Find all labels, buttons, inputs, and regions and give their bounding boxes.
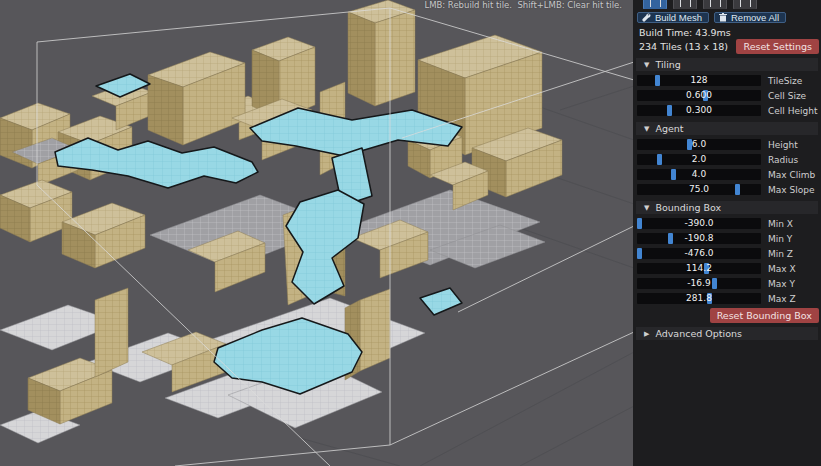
slider-handle[interactable] (712, 278, 717, 289)
agent-radius-slider[interactable]: 2.0 (637, 154, 761, 165)
slider-row-radius: 2.0 Radius (633, 152, 821, 167)
toolbar-button-4[interactable] (733, 0, 757, 9)
slider-value: 114.2 (637, 263, 761, 274)
max-climb-slider[interactable]: 4.0 (637, 169, 761, 180)
slider-label: Max Climb (768, 170, 815, 180)
section-title: Tiling (655, 59, 680, 70)
slider-row-minz: -476.0 Min Z (633, 246, 821, 261)
viewport-hint-text: LMB: Rebuild hit tile. Shift+LMB: Clear … (424, 0, 622, 10)
reset-settings-button[interactable]: Reset Settings (736, 39, 819, 54)
slider-row-maxclimb: 4.0 Max Climb (633, 167, 821, 182)
toolbar-button-2[interactable] (673, 0, 697, 9)
slider-row-cellsize: 0.600 Cell Size (633, 88, 821, 103)
slider-label: Radius (768, 155, 798, 165)
remove-all-button[interactable]: Remove All (714, 12, 786, 23)
tile-count-text: 234 Tiles (13 x 18) (639, 41, 736, 52)
slider-row-height: 6.0 Height (633, 137, 821, 152)
slider-label: Height (768, 140, 798, 150)
toolbar-button-1[interactable] (643, 0, 667, 9)
toolbar-button-3[interactable] (703, 0, 727, 9)
remove-all-label: Remove All (731, 12, 779, 23)
slider-handle[interactable] (735, 184, 740, 195)
reset-bounding-box-button[interactable]: Reset Bounding Box (710, 308, 819, 323)
collapse-triangle-icon: ▼ (644, 125, 649, 133)
slider-row-cellheight: 0.300 Cell Height (633, 103, 821, 118)
build-time-text: Build Time: 43.9ms (633, 23, 821, 38)
slider-handle[interactable] (657, 154, 662, 165)
slider-handle[interactable] (668, 233, 673, 244)
level-render (0, 0, 634, 466)
slider-label: Min Z (768, 249, 793, 259)
collapse-triangle-icon: ▶ (644, 330, 649, 338)
collapse-triangle-icon: ▼ (644, 61, 649, 69)
slider-row-maxz: 281.8 Max Z (633, 291, 821, 306)
tool-mode-1-icon (650, 0, 661, 7)
max-y-slider[interactable]: -16.9 (637, 278, 761, 289)
slider-handle[interactable] (637, 248, 642, 259)
slider-handle[interactable] (687, 139, 692, 150)
cellheight-slider[interactable]: 0.300 (637, 105, 761, 116)
agent-height-slider[interactable]: 6.0 (637, 139, 761, 150)
slider-value: 0.600 (637, 90, 761, 101)
slider-handle[interactable] (707, 293, 712, 304)
section-header-agent[interactable]: ▼ Agent (636, 122, 818, 135)
build-mesh-button[interactable]: Build Mesh (637, 12, 709, 23)
slider-label: Cell Height (768, 106, 817, 116)
slider-row-minx: -390.0 Min X (633, 216, 821, 231)
section-header-tiling[interactable]: ▼ Tiling (636, 58, 818, 71)
slider-handle[interactable] (703, 90, 708, 101)
slider-handle[interactable] (667, 105, 672, 116)
slider-handle[interactable] (655, 75, 660, 86)
slider-row-maxx: 114.2 Max X (633, 261, 821, 276)
cellsize-slider[interactable]: 0.600 (637, 90, 761, 101)
min-z-slider[interactable]: -476.0 (637, 248, 761, 259)
wrench-icon (642, 13, 651, 22)
slider-label: Max Slope (768, 185, 814, 195)
max-x-slider[interactable]: 114.2 (637, 263, 761, 274)
slider-value: 0.300 (637, 105, 761, 116)
min-y-slider[interactable]: -190.8 (637, 233, 761, 244)
slider-value: 75.0 (637, 184, 761, 195)
slider-label: Max Y (768, 279, 795, 289)
slider-value: 6.0 (637, 139, 761, 150)
slider-handle[interactable] (671, 169, 676, 180)
slider-label: Min Y (768, 234, 792, 244)
slider-row-maxy: -16.9 Max Y (633, 276, 821, 291)
viewport-3d-scene[interactable]: LMB: Rebuild hit tile. Shift+LMB: Clear … (0, 0, 634, 466)
slider-label: Min X (768, 219, 793, 229)
slider-value: -390.0 (637, 218, 761, 229)
max-z-slider[interactable]: 281.8 (637, 293, 761, 304)
tiles-status-row: 234 Tiles (13 x 18) Reset Settings (633, 38, 821, 54)
tool-mode-2-icon (680, 0, 691, 7)
tool-mode-4-icon (740, 0, 751, 7)
slider-value: -476.0 (637, 248, 761, 259)
bounding-box-footer: Reset Bounding Box (633, 306, 821, 323)
section-header-bounding-box[interactable]: ▼ Bounding Box (636, 201, 818, 214)
slider-row-miny: -190.8 Min Y (633, 231, 821, 246)
collapse-triangle-icon: ▼ (644, 204, 649, 212)
settings-panel: Build Mesh Remove All Build Time: 43.9ms… (633, 0, 821, 466)
slider-handle[interactable] (637, 218, 642, 229)
slider-label: TileSize (768, 76, 802, 86)
min-x-slider[interactable]: -390.0 (637, 218, 761, 229)
build-mesh-label: Build Mesh (655, 12, 702, 23)
slider-value: 4.0 (637, 169, 761, 180)
tool-mode-3-icon (710, 0, 721, 7)
slider-value: -190.8 (637, 233, 761, 244)
section-header-advanced-options[interactable]: ▶ Advanced Options (636, 327, 818, 340)
section-title: Bounding Box (655, 202, 721, 213)
slider-row-maxslope: 75.0 Max Slope (633, 182, 821, 197)
slider-label: Max X (768, 264, 796, 274)
section-title: Agent (655, 123, 683, 134)
section-title: Advanced Options (655, 328, 742, 339)
slider-label: Cell Size (768, 91, 806, 101)
max-slope-slider[interactable]: 75.0 (637, 184, 761, 195)
navmesh-tool-window: LMB: Rebuild hit tile. Shift+LMB: Clear … (0, 0, 821, 466)
panel-toolbar (633, 0, 821, 9)
trash-icon (719, 13, 727, 22)
tilesize-slider[interactable]: 128 (637, 75, 761, 86)
slider-handle[interactable] (704, 263, 709, 274)
slider-value: -16.9 (637, 278, 761, 289)
slider-row-tilesize: 128 TileSize (633, 73, 821, 88)
slider-value: 281.8 (637, 293, 761, 304)
